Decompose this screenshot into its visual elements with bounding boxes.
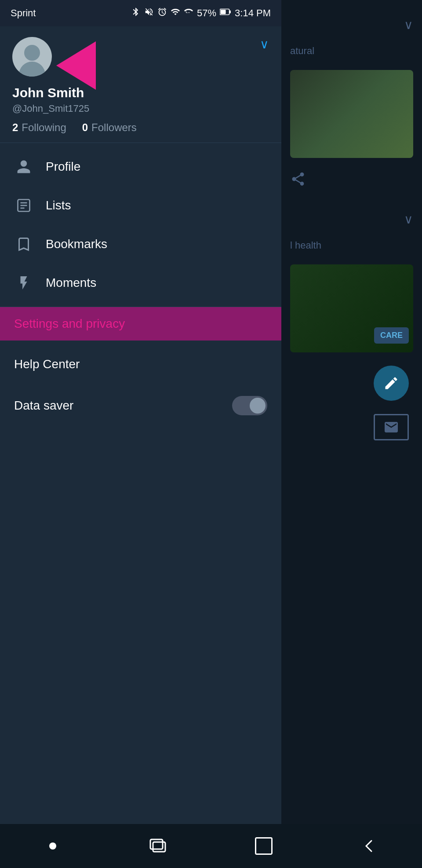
rp-share-icon — [290, 171, 413, 190]
profile-section: ∨ John Smith @John_Smit1725 2 Following … — [0, 26, 281, 143]
nav-bar — [0, 824, 422, 868]
wifi-icon — [171, 7, 180, 19]
menu-section: Profile Lists Bookmarks — [0, 143, 281, 307]
bottom-section: Help Center Data saver — [0, 341, 281, 432]
mute-icon — [144, 7, 154, 19]
status-bar: Sprint — [0, 0, 281, 26]
user-name: John Smith — [12, 85, 269, 100]
nav-home-button[interactable] — [253, 835, 275, 857]
right-panel: ∨ atural ∨ l health CARE — [281, 0, 422, 868]
toggle-knob — [250, 398, 266, 414]
spacer — [0, 432, 281, 825]
avatar-person — [12, 37, 52, 77]
dropdown-chevron[interactable]: ∨ — [260, 37, 269, 51]
bookmarks-icon — [14, 234, 33, 254]
nav-home — [255, 837, 273, 855]
rp-image1 — [290, 70, 413, 158]
bluetooth-icon — [131, 7, 141, 19]
rp-care-badge: CARE — [374, 327, 409, 344]
carrier: Sprint — [11, 7, 36, 19]
followers-label: Followers — [91, 121, 137, 134]
rp-text2: l health — [290, 240, 413, 251]
alarm-icon — [157, 7, 167, 19]
followers-stat[interactable]: 0 Followers — [82, 121, 137, 134]
lists-label: Lists — [46, 198, 71, 212]
profile-top: ∨ — [12, 37, 269, 77]
nav-recent-apps[interactable] — [42, 835, 64, 857]
profile-icon — [14, 157, 33, 176]
followers-count: 0 — [82, 121, 88, 134]
moments-icon — [14, 273, 33, 293]
rp-image2: CARE — [290, 264, 413, 352]
drawer: Sprint — [0, 0, 281, 868]
avatar-body — [19, 62, 45, 77]
avatar[interactable] — [12, 37, 52, 77]
data-saver-label: Data saver — [14, 399, 73, 413]
rp-mail-icon — [374, 414, 409, 440]
following-count: 2 — [12, 121, 18, 134]
avatar-container — [12, 37, 52, 77]
time: 3:14 PM — [235, 7, 271, 19]
rp-chevron2: ∨ — [290, 212, 413, 227]
nav-back-button[interactable] — [358, 835, 380, 857]
nav-dot — [49, 842, 56, 850]
svg-rect-1 — [221, 10, 226, 14]
nav-recents-button[interactable] — [147, 835, 169, 857]
user-handle: @John_Smit1725 — [12, 103, 269, 114]
status-icons: 57% 3:14 PM — [131, 7, 271, 19]
following-label: Following — [22, 121, 66, 134]
battery-icon — [220, 7, 231, 19]
avatar-head — [24, 45, 40, 61]
rp-fab-button[interactable] — [374, 366, 409, 401]
menu-item-moments[interactable]: Moments — [0, 264, 281, 302]
lists-icon — [14, 196, 33, 215]
menu-item-lists[interactable]: Lists — [0, 186, 281, 225]
menu-item-help[interactable]: Help Center — [0, 345, 281, 384]
data-saver-toggle[interactable] — [232, 396, 267, 415]
menu-item-settings[interactable]: Settings and privacy — [0, 307, 281, 341]
svg-rect-18 — [150, 839, 163, 849]
menu-item-bookmarks[interactable]: Bookmarks — [0, 225, 281, 264]
following-stat[interactable]: 2 Following — [12, 121, 66, 134]
battery-percent: 57% — [197, 7, 216, 19]
bookmarks-label: Bookmarks — [46, 237, 107, 251]
arrow-head — [56, 41, 96, 90]
rp-text1: atural — [290, 45, 413, 57]
menu-item-data-saver[interactable]: Data saver — [0, 384, 281, 428]
rp-chevron: ∨ — [290, 18, 413, 32]
menu-item-profile[interactable]: Profile — [0, 147, 281, 186]
profile-label: Profile — [46, 160, 80, 174]
follow-stats: 2 Following 0 Followers — [12, 121, 269, 134]
signal-icon — [184, 7, 193, 19]
moments-label: Moments — [46, 276, 96, 290]
svg-rect-17 — [153, 842, 165, 852]
settings-label: Settings and privacy — [14, 317, 125, 331]
svg-rect-2 — [229, 11, 231, 14]
